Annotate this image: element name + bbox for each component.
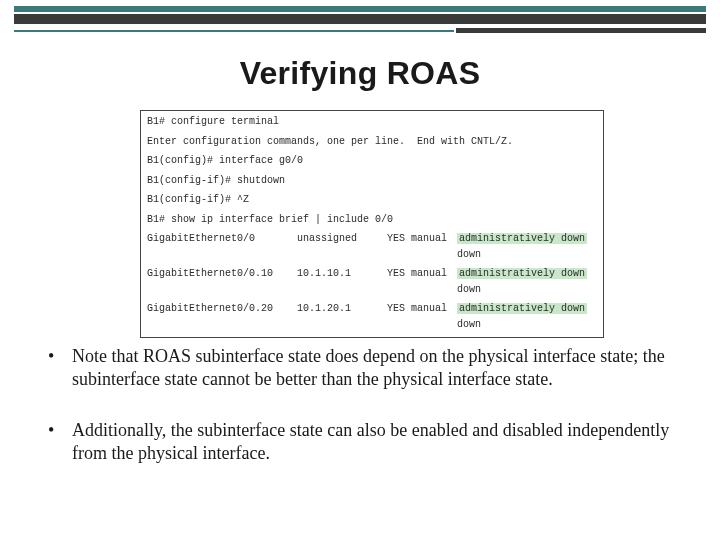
iface-ip: unassigned: [297, 231, 387, 262]
iface-status: administratively down: [457, 303, 587, 314]
iface-ip: 10.1.10.1: [297, 266, 387, 297]
cli-line: B1(config-if)# ^Z: [141, 192, 603, 210]
bar-teal-wide: [14, 6, 706, 12]
iface-status-cell: administratively down down: [457, 301, 597, 332]
cli-line: B1# show ip interface brief | include 0/…: [141, 212, 603, 230]
cli-table-row: GigabitEthernet0/0 unassigned YES manual…: [141, 231, 603, 264]
iface-ok: YES manual: [387, 301, 457, 332]
slide: Verifying ROAS B1# configure terminal En…: [0, 0, 720, 540]
iface-status: administratively down: [457, 233, 587, 244]
iface-status-cell: administratively down down: [457, 231, 597, 262]
bar-dark-wide: [14, 14, 706, 24]
iface-proto: down: [457, 284, 481, 295]
iface-status: administratively down: [457, 268, 587, 279]
iface-name: GigabitEthernet0/0.20: [147, 301, 297, 332]
bar-teal-thin: [14, 30, 454, 32]
iface-ok: YES manual: [387, 266, 457, 297]
cli-output-box: B1# configure terminal Enter configurati…: [140, 110, 604, 338]
iface-ok: YES manual: [387, 231, 457, 262]
cli-line: B1(config)# interface g0/0: [141, 153, 603, 171]
bar-dark-right: [456, 28, 706, 33]
iface-ip: 10.1.20.1: [297, 301, 387, 332]
bullet-item: Additionally, the subinterface state can…: [48, 419, 672, 465]
cli-table-row: GigabitEthernet0/0.20 10.1.20.1 YES manu…: [141, 301, 603, 334]
iface-status-cell: administratively down down: [457, 266, 597, 297]
bullet-item: Note that ROAS subinterface state does d…: [48, 345, 672, 391]
iface-proto: down: [457, 319, 481, 330]
cli-table-row: GigabitEthernet0/0.10 10.1.10.1 YES manu…: [141, 266, 603, 299]
cli-line: B1# configure terminal: [141, 114, 603, 132]
iface-name: GigabitEthernet0/0.10: [147, 266, 297, 297]
cli-line: B1(config-if)# shutdown: [141, 173, 603, 191]
iface-name: GigabitEthernet0/0: [147, 231, 297, 262]
iface-proto: down: [457, 249, 481, 260]
bullet-list: Note that ROAS subinterface state does d…: [48, 345, 672, 493]
slide-title: Verifying ROAS: [0, 55, 720, 92]
cli-line: Enter configuration commands, one per li…: [141, 134, 603, 152]
